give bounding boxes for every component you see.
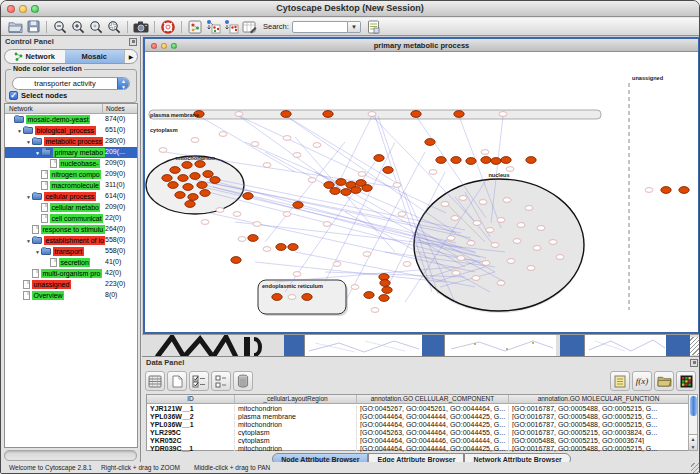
graph-node-selected[interactable]	[330, 188, 340, 195]
graph-node-selected[interactable]	[380, 280, 390, 287]
graph-node[interactable]	[368, 112, 376, 117]
expand-arrow-icon[interactable]: ▼	[16, 128, 23, 134]
graph-node-selected[interactable]	[188, 194, 198, 201]
close-view-icon[interactable]	[151, 43, 157, 49]
graph-node[interactable]	[645, 188, 653, 193]
graph-node-selected[interactable]	[231, 257, 241, 264]
function-builder-icon[interactable]: f(x)	[632, 371, 652, 391]
graph-node-selected[interactable]	[323, 111, 333, 118]
graph-node-selected[interactable]	[411, 111, 421, 118]
tree-row[interactable]: unassigned223(0)	[5, 279, 137, 290]
table-column-header[interactable]: annotation.GO CELLULAR_COMPONENT	[357, 395, 509, 403]
table-scrollbar[interactable]: ▲▼	[688, 394, 698, 451]
graph-node[interactable]	[497, 281, 505, 286]
tab-network[interactable]: Network	[5, 50, 65, 63]
graph-node-selected[interactable]	[302, 294, 312, 301]
tabs-overflow-icon[interactable]: ▶	[124, 50, 137, 63]
minimize-view-icon[interactable]	[161, 43, 167, 49]
graph-node[interactable]	[313, 143, 321, 148]
graph-node[interactable]	[527, 266, 535, 271]
graph-node[interactable]	[263, 163, 271, 168]
open-session-icon[interactable]	[6, 19, 24, 35]
graph-node-selected[interactable]	[243, 193, 253, 200]
tree-row[interactable]: ▼transport558(0)	[5, 246, 137, 257]
graph-node-selected[interactable]	[481, 157, 491, 164]
graph-node[interactable]	[251, 142, 259, 147]
zoom-out-icon[interactable]	[51, 19, 69, 35]
tree-row[interactable]: ▼cellular process614(0)	[5, 191, 137, 202]
graph-node-selected[interactable]	[364, 292, 374, 299]
layout-horizontal-icon[interactable]	[222, 19, 240, 35]
graph-node[interactable]	[525, 206, 533, 211]
tree-row[interactable]: ▼establishment of lo558(0)	[5, 235, 137, 246]
zoom-view-icon[interactable]	[171, 43, 177, 49]
attribute-columns-icon[interactable]	[145, 371, 165, 391]
graph-node[interactable]	[441, 202, 449, 207]
tree-row[interactable]: nucleobase-209(0)	[5, 158, 137, 169]
graph-node[interactable]	[333, 262, 341, 267]
expand-arrow-icon[interactable]: ▼	[34, 249, 41, 255]
graph-node-selected[interactable]	[383, 167, 393, 174]
graph-node[interactable]	[219, 132, 227, 137]
expand-arrow-icon[interactable]: ▼	[25, 238, 32, 244]
graph-node-selected[interactable]	[182, 162, 192, 169]
tree-row[interactable]: ▼metabolic process280(0)	[5, 136, 137, 147]
graph-node[interactable]	[479, 200, 487, 205]
table-row[interactable]: YPL036W__1mitochondrion[GO:0044464, GO:0…	[147, 420, 690, 428]
snapshot-camera-icon[interactable]	[132, 19, 150, 35]
table-column-header[interactable]: ID	[147, 395, 235, 403]
graph-node-selected[interactable]	[203, 171, 213, 178]
graph-node[interactable]	[201, 220, 209, 225]
attribute-batch-editor-icon[interactable]	[610, 371, 630, 391]
graph-node[interactable]	[351, 285, 359, 290]
select-nodes-checkbox[interactable]: ✓	[9, 91, 18, 100]
graph-node[interactable]	[537, 226, 545, 231]
graph-node[interactable]	[447, 236, 455, 241]
graph-node[interactable]	[472, 276, 480, 281]
graph-node-selected[interactable]	[336, 179, 346, 186]
graph-node[interactable]	[451, 216, 459, 221]
tree-row[interactable]: Overview8(0)	[5, 290, 137, 301]
graph-node[interactable]	[403, 262, 411, 267]
graph-node[interactable]	[459, 196, 467, 201]
node-color-dropdown[interactable]: transporter activity ▲▼	[12, 77, 130, 90]
graph-node[interactable]	[457, 256, 465, 261]
graph-node[interactable]	[358, 172, 366, 177]
graph-node-selected[interactable]	[451, 157, 461, 164]
zoom-window-icon[interactable]	[31, 5, 39, 13]
expand-arrow-icon[interactable]: ▼	[25, 194, 32, 200]
tree-row[interactable]: macromolecule311(0)	[5, 180, 137, 191]
graph-node[interactable]	[452, 271, 460, 276]
save-session-icon[interactable]	[24, 19, 42, 35]
expand-arrow-icon[interactable]: ▼	[34, 150, 41, 156]
table-row[interactable]: YDR039C__1mitochondrion[GO:0044464, GO:0…	[147, 444, 690, 452]
graph-node[interactable]	[429, 170, 437, 175]
graph-node[interactable]	[393, 183, 401, 188]
table-column-header[interactable]: _cellularLayoutRegion	[235, 395, 357, 403]
graph-node-selected[interactable]	[288, 244, 298, 251]
tab-mosaic[interactable]: Mosaic	[65, 50, 125, 63]
graph-node-selected[interactable]	[491, 158, 501, 165]
tree-row[interactable]: ▼biological_process651(0)	[5, 125, 137, 136]
search-input[interactable]	[292, 21, 348, 33]
float-panel-icon[interactable]	[129, 38, 137, 46]
graph-node-selected[interactable]	[276, 244, 286, 251]
table-column-header[interactable]: annotation.GO MOLECULAR_FUNCTION	[509, 395, 689, 403]
graph-node-selected[interactable]	[162, 175, 172, 182]
tree-row[interactable]: cell communicat22(0)	[5, 213, 137, 224]
tree-row[interactable]: nitrogen compo209(0)	[5, 169, 137, 180]
table-row[interactable]: YLR295Ccytoplasm[GO:0045263, GO:0044464,…	[147, 428, 690, 436]
layout-vertical-icon[interactable]	[204, 19, 222, 35]
graph-node[interactable]	[191, 138, 199, 143]
graph-node[interactable]	[233, 212, 241, 217]
zoom-actual-size-icon[interactable]	[87, 19, 105, 35]
graph-node[interactable]	[253, 222, 261, 227]
graph-node-selected[interactable]	[175, 192, 185, 199]
tree-row[interactable]: mosaic-demo-yeast874(0)	[5, 114, 137, 125]
graph-node[interactable]	[503, 198, 511, 203]
graph-node[interactable]	[517, 223, 525, 228]
float-panel-icon[interactable]	[690, 359, 698, 367]
graph-node[interactable]	[499, 112, 507, 117]
expand-arrow-icon[interactable]: ▼	[25, 139, 32, 145]
advanced-search-icon[interactable]	[365, 19, 383, 35]
